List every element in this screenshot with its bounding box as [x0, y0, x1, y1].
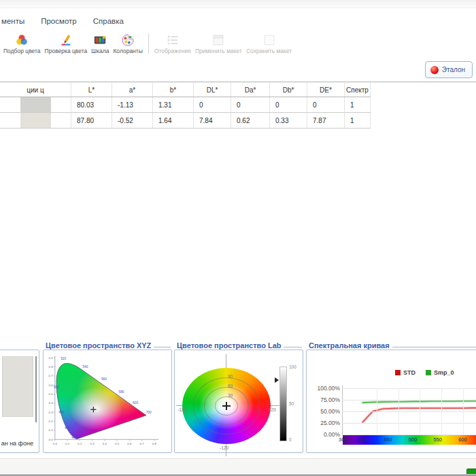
svg-text:0.3: 0.3	[90, 442, 95, 445]
svg-text:0.0: 0.0	[49, 438, 54, 441]
panel-title-rule	[154, 347, 171, 347]
toolbar-button-color-check[interactable]: Проверка цвета	[43, 31, 90, 56]
svg-text:490: 490	[58, 411, 64, 414]
column-header-DE[interactable]: DE*	[307, 83, 345, 97]
cell-Db: 0	[270, 97, 307, 112]
column-header-name[interactable]: ции ц	[0, 83, 71, 97]
application-window: менты Просмотр Справка Подбор цветаПрове…	[0, 0, 476, 476]
y-axis-tick-label: 75.00%	[307, 396, 340, 403]
toolbar-button-label: Шкала	[91, 48, 109, 54]
cell-a: -1.13	[112, 97, 153, 112]
row-color-swatch	[20, 113, 51, 128]
toolbar-button-display: Отображение	[152, 31, 193, 56]
lab-axis-label-bottom: -120	[220, 445, 228, 450]
panel-title-rule	[284, 347, 302, 347]
column-header-L[interactable]: L*	[71, 83, 112, 97]
wavelength-tick-label: 400	[358, 437, 367, 443]
cell-Db: 0.33	[270, 113, 307, 128]
svg-text:500: 500	[54, 386, 59, 389]
color-check-icon	[59, 33, 73, 48]
cell-DL: 0	[194, 97, 231, 112]
table-row[interactable]: 80.03-1.131.3100001	[0, 97, 371, 113]
layout-apply-icon	[211, 33, 225, 48]
lab-ring-label: 60	[228, 384, 233, 388]
table-header-row: ции цL*a*b*DL*Da*Db*DE*Спектр	[0, 83, 371, 97]
svg-text:0.8: 0.8	[152, 442, 157, 445]
lab-sample-marker	[222, 402, 231, 410]
sample-panel-divider	[35, 356, 37, 422]
cell-DE: 0	[307, 97, 345, 112]
sample-caption: ан на фоне	[1, 440, 33, 447]
row-color-swatch	[20, 97, 51, 112]
column-header-DL[interactable]: DL*	[194, 83, 231, 97]
lightness-scale-bar	[279, 367, 287, 441]
spectral-chart: STDSmp_0 100.00%75.00%50.00%25.00%0.00%3…	[306, 350, 476, 453]
sample-preview-panel: ан на фоне	[0, 333, 39, 453]
svg-text:700: 700	[146, 411, 152, 414]
xyz-panel-title: Цветовое пространство XYZ	[46, 341, 151, 350]
sample-color-swatch	[2, 356, 33, 417]
lab-panel-title: Цветовое пространство Lab	[177, 341, 281, 350]
standard-button[interactable]: Эталон	[425, 61, 473, 78]
wavelength-tick-label: 600	[458, 437, 467, 443]
menu-item-tools-partial[interactable]: менты	[1, 17, 24, 28]
svg-text:520: 520	[61, 357, 66, 360]
menu-bar: менты Просмотр Справка	[1, 17, 124, 28]
xyz-panel: Цветовое пространство XYZ	[43, 333, 172, 453]
svg-text:0.4: 0.4	[49, 401, 54, 405]
cell-Спектр: 1	[345, 113, 371, 128]
column-header-Da[interactable]: Da*	[231, 83, 270, 97]
wavelength-tick-label: 360	[339, 437, 347, 443]
menu-item-view[interactable]: Просмотр	[41, 17, 77, 28]
y-axis-tick-label: 0.00%	[307, 431, 340, 438]
chromaticity-diagram: 0.00.10.20.30.40.50.60.70.80.00.10.20.30…	[46, 353, 169, 451]
svg-text:0.0: 0.0	[53, 442, 58, 445]
toolbar-button-label: Сохранить макет	[246, 48, 292, 54]
color-picker-icon	[15, 33, 29, 48]
toolbar-button-colorants[interactable]: Колоранты	[111, 31, 144, 56]
lightness-label-0: 0	[289, 437, 292, 442]
toolbar-button-label: Применить макет	[195, 48, 242, 54]
column-header-Спектр[interactable]: Спектр	[345, 83, 371, 97]
lab-axis-label-left: -120	[177, 407, 186, 412]
y-axis-tick-label: 50.00%	[307, 408, 340, 415]
svg-text:0.6: 0.6	[49, 384, 54, 387]
standard-target-icon	[430, 66, 439, 74]
gridline-vertical	[463, 388, 464, 435]
cell-Da: 0.62	[231, 113, 270, 128]
toolbar-button-label: Подбор цвета	[3, 48, 41, 54]
column-header-Db[interactable]: Db*	[270, 83, 307, 97]
svg-text:0.1: 0.1	[49, 429, 54, 432]
svg-text:0.6: 0.6	[127, 442, 132, 445]
gridline-vertical	[398, 388, 399, 435]
svg-text:600: 600	[133, 401, 138, 405]
window-titlebar	[0, 0, 476, 8]
column-header-a[interactable]: a*	[112, 83, 153, 97]
cell-L: 80.03	[71, 97, 112, 112]
menu-item-help[interactable]: Справка	[93, 17, 124, 28]
svg-text:0.7: 0.7	[49, 374, 54, 377]
table-row[interactable]: 87.80-0.521.647.840.620.337.871	[0, 113, 371, 129]
svg-text:0.5: 0.5	[115, 442, 120, 445]
svg-text:0.3: 0.3	[49, 411, 54, 414]
svg-text:460: 460	[71, 436, 77, 439]
svg-text:580: 580	[118, 390, 124, 394]
lightness-label-50: 50	[289, 401, 294, 406]
cell-name	[0, 113, 71, 128]
toolbar-button-color-pick[interactable]: Подбор цвета	[1, 31, 43, 56]
cell-DE: 7.87	[307, 113, 345, 128]
svg-text:0.1: 0.1	[65, 442, 70, 445]
cell-Da: 0	[231, 97, 270, 112]
toolbar-button-label: Колоранты	[113, 48, 142, 54]
layout-save-icon	[262, 33, 276, 48]
column-header-b[interactable]: b*	[153, 83, 194, 97]
lab-ring-label: 90	[228, 374, 233, 379]
y-axis-tick-label: 25.00%	[307, 420, 340, 426]
cell-Спектр: 1	[345, 97, 371, 112]
status-bar	[0, 458, 476, 473]
wavelength-tick-label: 450	[384, 437, 392, 443]
toolbar-separator	[148, 33, 149, 54]
toolbar-button-scale[interactable]: Шкала	[89, 31, 111, 56]
spectral-panel-title: Спектральная кривая	[309, 341, 390, 350]
svg-text:0.2: 0.2	[78, 442, 82, 445]
